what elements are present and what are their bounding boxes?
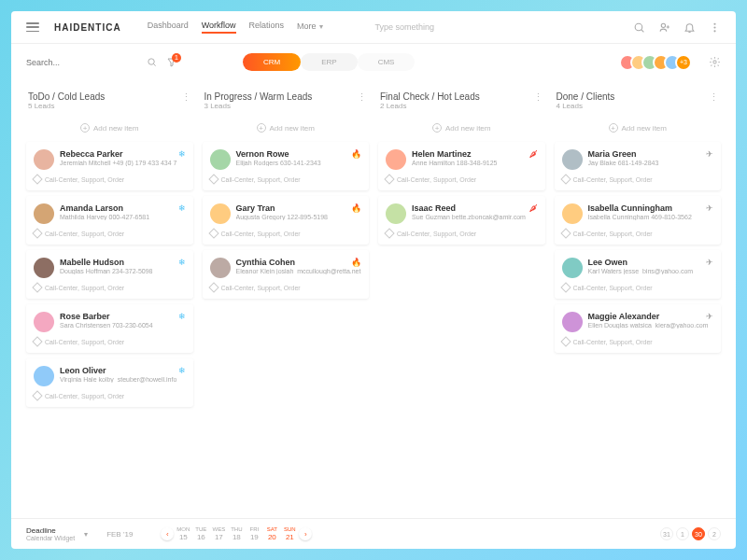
lead-meta: Eleanor Klein josiah_mccullough@retta.ne… bbox=[236, 268, 362, 274]
avatar bbox=[34, 203, 54, 224]
lead-card[interactable]: Gary TranAugusta Gregory 122-895-5198🔥Ca… bbox=[203, 196, 370, 245]
view-pills: CRMERPCMS bbox=[243, 53, 415, 71]
tag-icon bbox=[208, 174, 218, 184]
status-icon: ✈ bbox=[706, 312, 713, 321]
column-menu-icon[interactable]: ⋮ bbox=[533, 91, 543, 104]
lead-meta: Virginia Hale kolby_steuber@howell.info bbox=[60, 376, 186, 383]
cal-prev[interactable]: ‹ bbox=[161, 527, 174, 540]
column: In Progress / Warm Leads3 Leads⋮+Add new… bbox=[203, 88, 370, 511]
search-icon[interactable] bbox=[147, 57, 157, 67]
filter-icon[interactable]: 1 bbox=[166, 57, 177, 68]
add-new-button[interactable]: +Add new item bbox=[203, 119, 370, 136]
lead-name: Isabella Cunningham bbox=[588, 203, 714, 213]
column-menu-icon[interactable]: ⋮ bbox=[357, 91, 367, 104]
add-new-button[interactable]: +Add new item bbox=[26, 119, 193, 136]
status-icon: ❄ bbox=[178, 312, 186, 321]
lead-card[interactable]: Amanda LarsonMathilda Harvey 000-427-658… bbox=[26, 196, 193, 245]
top-search-input[interactable]: Type something bbox=[375, 22, 618, 32]
lead-card[interactable]: Isabella CunninghamIsabella Cunningham 4… bbox=[555, 196, 722, 245]
lead-tags: Call-Center, Support, Order bbox=[386, 230, 538, 237]
avatar bbox=[386, 149, 406, 170]
main-nav: DashboardWorkflowRelationsMore▾ bbox=[148, 21, 323, 34]
column: Done / Clients4 Leads⋮+Add new itemMaria… bbox=[555, 88, 722, 511]
lead-card[interactable]: Leon OliverVirginia Hale kolby_steuber@h… bbox=[26, 358, 193, 407]
lead-card[interactable]: Cynthia CohenEleanor Klein josiah_mccull… bbox=[203, 250, 370, 299]
lead-card[interactable]: Vernon RoweElijah Rodgers 630-141-2343🔥C… bbox=[203, 142, 370, 190]
tag-icon bbox=[32, 174, 42, 184]
add-new-button[interactable]: +Add new item bbox=[378, 119, 545, 136]
cal-day[interactable]: TUE16 bbox=[192, 526, 209, 541]
lead-card[interactable]: Lee OwenKarl Waters jesse_bins@yahoo.com… bbox=[555, 250, 722, 299]
search-wrap bbox=[26, 57, 157, 67]
lead-card[interactable]: Rose BarberSara Christensen 703-230-6054… bbox=[26, 304, 193, 353]
page-button[interactable]: 30 bbox=[692, 527, 705, 540]
page-button[interactable]: 2 bbox=[708, 527, 721, 540]
lead-meta: Mathilda Harvey 000-427-6581 bbox=[60, 214, 186, 220]
deadline-widget[interactable]: Deadline Calendar Widget bbox=[26, 526, 75, 541]
lead-meta: Ellen Douglas watsica_kiera@yahoo.com bbox=[588, 322, 714, 329]
pill-crm[interactable]: CRM bbox=[243, 53, 301, 71]
tag-icon bbox=[384, 228, 394, 238]
user-add-icon[interactable] bbox=[658, 21, 670, 34]
tag-icon bbox=[32, 282, 42, 292]
status-icon: 🔥 bbox=[351, 258, 361, 267]
chevron-down-icon[interactable]: ▾ bbox=[84, 530, 88, 539]
avatar bbox=[562, 149, 583, 170]
gear-icon[interactable] bbox=[709, 56, 721, 68]
column-title: Done / Clients bbox=[557, 91, 615, 102]
cal-next[interactable]: › bbox=[299, 527, 312, 540]
lead-name: Gary Tran bbox=[236, 203, 362, 213]
add-new-button[interactable]: +Add new item bbox=[555, 119, 722, 136]
lead-name: Vernon Rowe bbox=[236, 149, 362, 159]
nav-dashboard[interactable]: Dashboard bbox=[148, 21, 189, 34]
cal-day[interactable]: MON15 bbox=[175, 526, 191, 541]
lead-tags: Call-Center, Support, Order bbox=[34, 392, 186, 399]
lead-name: Rebecca Parker bbox=[60, 149, 186, 159]
lead-card[interactable]: Helen MartinezAnne Hamilton 188-348-9125… bbox=[378, 142, 545, 190]
avatar bbox=[562, 258, 583, 278]
lead-name: Mabelle Hudson bbox=[60, 258, 186, 267]
avatar-more[interactable]: +3 bbox=[675, 54, 692, 71]
cal-day[interactable]: SUN21 bbox=[281, 526, 298, 541]
column-menu-icon[interactable]: ⋮ bbox=[181, 91, 191, 104]
page-button[interactable]: 1 bbox=[676, 527, 689, 540]
tag-icon bbox=[32, 390, 42, 400]
column-menu-icon[interactable]: ⋮ bbox=[709, 91, 719, 104]
lead-name: Amanda Larson bbox=[60, 203, 186, 213]
tag-icon bbox=[560, 336, 571, 346]
search-input[interactable] bbox=[26, 58, 141, 67]
cal-day[interactable]: SAT20 bbox=[263, 526, 280, 541]
lead-card[interactable]: Rebecca ParkerJeremiah Mitchell +49 (0) … bbox=[26, 142, 193, 190]
lead-name: Lee Owen bbox=[588, 258, 714, 267]
lead-card[interactable]: Isaac ReedSue Guzman bette.zboncak@amir.… bbox=[378, 196, 545, 245]
avatar bbox=[562, 312, 583, 332]
cal-day[interactable]: THU18 bbox=[228, 526, 245, 541]
cal-day[interactable]: FRI19 bbox=[246, 526, 262, 541]
column: Final Check / Hot Leads2 Leads⋮+Add new … bbox=[378, 88, 545, 511]
pill-erp[interactable]: ERP bbox=[301, 53, 357, 71]
lead-card[interactable]: Maggie AlexanderEllen Douglas watsica_ki… bbox=[555, 304, 722, 353]
lead-card[interactable]: Maria GreenJay Blake 681-149-2843✈Call-C… bbox=[555, 142, 722, 190]
hamburger-icon[interactable] bbox=[26, 22, 39, 32]
nav-relations[interactable]: Relations bbox=[249, 21, 285, 34]
avatar bbox=[210, 258, 231, 278]
page-button[interactable]: 31 bbox=[660, 527, 673, 540]
column: ToDo / Cold Leads5 Leads⋮+Add new itemRe… bbox=[26, 88, 193, 511]
bell-icon[interactable] bbox=[684, 21, 696, 34]
footer: Deadline Calendar Widget ▾ FEB '19 ‹MON1… bbox=[11, 518, 736, 549]
lead-tags: Call-Center, Support, Order bbox=[34, 230, 186, 237]
search-icon[interactable] bbox=[633, 21, 645, 34]
nav-workflow[interactable]: Workflow bbox=[202, 21, 236, 34]
status-icon: ❄ bbox=[178, 258, 186, 267]
cal-day[interactable]: WES17 bbox=[210, 526, 227, 541]
tag-icon bbox=[32, 228, 42, 238]
lead-name: Rose Barber bbox=[60, 312, 186, 321]
lead-meta: Isabella Cunningham 469-810-3562 bbox=[588, 214, 714, 220]
lead-card[interactable]: Mabelle HudsonDouglas Hoffman 234-372-50… bbox=[26, 250, 193, 299]
pill-cms[interactable]: CMS bbox=[358, 53, 416, 71]
more-icon[interactable] bbox=[709, 21, 721, 34]
nav-more[interactable]: More▾ bbox=[297, 21, 323, 34]
svg-point-2 bbox=[661, 23, 665, 27]
column-title: Final Check / Hot Leads bbox=[380, 91, 480, 102]
column-sub: 5 Leads bbox=[28, 102, 105, 110]
